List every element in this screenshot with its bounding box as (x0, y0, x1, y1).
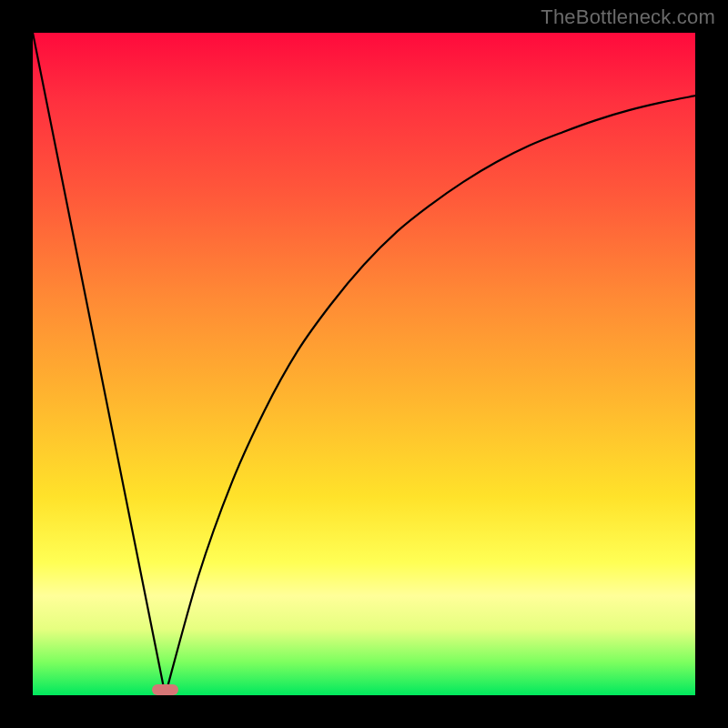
curve-path (33, 33, 695, 695)
plot-area (33, 33, 695, 695)
chart-frame: TheBottleneck.com (0, 0, 728, 728)
minimum-marker (152, 684, 178, 695)
curve-svg (33, 33, 695, 695)
watermark-text: TheBottleneck.com (541, 5, 715, 29)
